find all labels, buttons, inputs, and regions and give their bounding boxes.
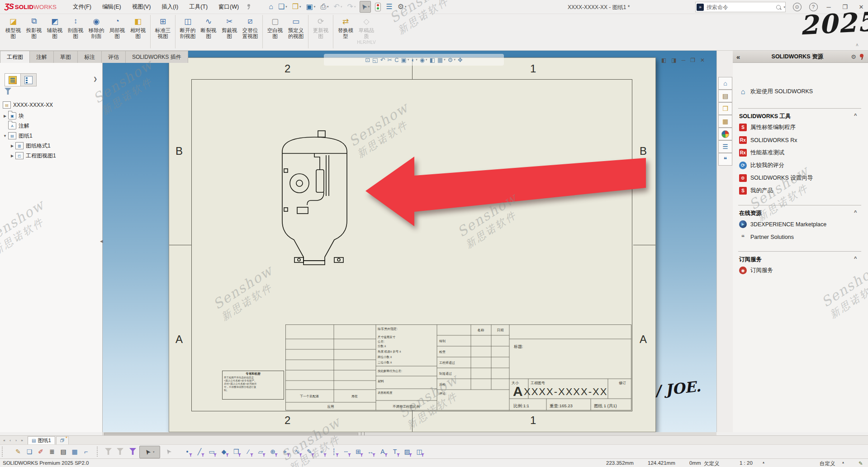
tree-expand-arrow[interactable]: ▶ <box>10 144 14 148</box>
partner-solutions-item[interactable]: ❝Partner Solutions <box>739 233 794 241</box>
broken-out-section-button[interactable]: ◫断开的剖视图 <box>177 15 198 39</box>
sketch-filter-button[interactable]: ✎ <box>304 446 315 457</box>
hide-show-items-icon[interactable]: ◉▾ <box>420 57 427 63</box>
tree-expand-arrow[interactable]: ▼ <box>3 134 7 138</box>
status-sheet-scale[interactable]: 1 : 20 <box>740 460 753 466</box>
sheet-tab-active[interactable]: ▤ 图纸1 <box>28 436 55 444</box>
dock-left-icon[interactable]: ◧ <box>661 57 666 63</box>
settings-button[interactable]: ⚙▾ <box>397 1 408 12</box>
replace-model-button[interactable]: ⇄替换模型 <box>335 15 356 39</box>
three-d-drawing-view-icon[interactable]: ✥ <box>458 57 463 63</box>
command-search[interactable]: » ▾ <box>695 2 786 12</box>
dropdown-icon[interactable]: ▾ <box>416 58 417 62</box>
curve-filter-button[interactable]: ∿ <box>292 446 303 457</box>
sheet-nav-1[interactable]: ‹ <box>7 437 13 443</box>
dropdown-icon[interactable]: ▾ <box>354 5 356 9</box>
options-list-button[interactable]: ☰ <box>385 1 393 12</box>
property-tab-builder-item[interactable]: S属性标签编制程序 <box>739 124 796 131</box>
print-button[interactable]: ⎙▾ <box>319 1 329 12</box>
tab-草图[interactable]: 草图 <box>53 51 78 63</box>
hatch-filter-button[interactable]: ▨ <box>402 446 413 457</box>
tree-root-item[interactable]: ▤XXXX-XXXX-XX <box>3 100 53 110</box>
rebuild-button[interactable] <box>374 1 382 12</box>
add-sheet-button[interactable]: 🗇 <box>56 436 69 445</box>
crop-view-button[interactable]: ✂剪裁视图 <box>219 15 240 39</box>
task-pane-gear-icon[interactable]: ⚙ <box>851 53 856 60</box>
lasso-select-button[interactable]: ➤ <box>163 446 174 457</box>
vertex-filter-button[interactable]: • <box>182 446 193 457</box>
projected-view-button[interactable]: ⧉投影视图 <box>24 15 44 39</box>
menu-item-5[interactable]: 窗口(W) <box>214 1 243 13</box>
tree-filter-icon[interactable] <box>5 88 11 95</box>
dropdown-icon[interactable]: ▾ <box>285 5 287 9</box>
drawing-view-compressor[interactable] <box>271 128 366 268</box>
edit-appearance-icon[interactable]: ◧ <box>430 57 435 63</box>
origin-filter-button[interactable]: ⊕ <box>267 446 278 457</box>
clear-filter-icon[interactable] <box>105 448 112 455</box>
view-orientation-icon[interactable]: ▣▾ <box>401 57 409 63</box>
tree-item-图纸格式1[interactable]: ▶▥图纸格式1 <box>10 141 51 150</box>
surface-filter-button[interactable]: ◆ <box>218 446 229 457</box>
edit-sheet-format-icon[interactable]: ✎ <box>859 460 863 467</box>
restore-view-icon[interactable]: ❐ <box>690 57 695 63</box>
zoom-fit-icon[interactable]: ⊡ <box>365 57 370 63</box>
toggle-filters-icon[interactable] <box>117 448 123 455</box>
tab-工程图[interactable]: 工程图 <box>0 51 30 63</box>
tree-item-图纸1[interactable]: ▼▤图纸1 <box>3 131 33 140</box>
ribbon-collapse-icon[interactable]: ˄ <box>856 43 859 48</box>
task-pane-pin-icon[interactable] <box>859 53 864 60</box>
filter-toolbar-icon[interactable] <box>129 448 136 455</box>
note-filter-button[interactable]: T <box>389 446 400 457</box>
previous-view-icon[interactable]: ↶ <box>380 57 385 63</box>
detail-view-button[interactable]: ◔局部视图 <box>107 15 128 39</box>
taskpane-home-tab[interactable]: ⌂ <box>718 77 732 90</box>
sheet-nav-0[interactable]: « <box>1 437 7 443</box>
search-input[interactable] <box>706 4 776 11</box>
block-filter-button[interactable]: ◫ <box>414 446 425 457</box>
custom-properties-tab[interactable]: ☰ <box>718 140 732 153</box>
dock-right-icon[interactable]: ◨ <box>671 57 676 63</box>
tree-item-注解[interactable]: A注解 <box>3 121 29 130</box>
face-filter-button[interactable]: ▭ <box>206 446 217 457</box>
center-mark-filter-button[interactable]: ⊞ <box>353 446 364 457</box>
menu-item-1[interactable]: 编辑(E) <box>98 1 126 13</box>
line-color-button[interactable]: ✐ <box>35 446 46 457</box>
layer-properties-button[interactable]: ✎ <box>13 446 24 457</box>
menu-item-2[interactable]: 视图(V) <box>128 1 156 13</box>
sketch-point-filter-button[interactable]: ∘ <box>316 446 327 457</box>
view-settings-icon[interactable]: ⚙▾ <box>448 57 455 63</box>
section-view-icon[interactable]: ✂ <box>387 57 392 63</box>
edge-filter-button[interactable]: ╱ <box>194 446 205 457</box>
coordinate-system-filter-button[interactable]: ⌖ <box>280 446 290 457</box>
task-pane-collapse-icon[interactable]: « <box>736 53 740 61</box>
tree-item-块[interactable]: ▶▣块 <box>3 111 24 120</box>
panel-collapse-arrow[interactable]: ◀ <box>100 239 103 243</box>
apply-scene-icon[interactable]: ▦▾ <box>437 57 446 63</box>
layer-button[interactable]: ❏ <box>24 446 35 457</box>
status-display-mode[interactable]: 自定义 <box>820 460 835 467</box>
centerline-filter-button[interactable]: ┄ <box>341 446 351 457</box>
break-view-button[interactable]: ∿断裂视图 <box>198 15 219 39</box>
annotation-filter-button[interactable]: A <box>377 446 388 457</box>
tab-SOLIDWORKS-插件[interactable]: SOLIDWORKS 插件 <box>125 51 188 63</box>
tree-expand-arrow[interactable]: ▶ <box>3 114 7 118</box>
forum-tab[interactable]: ❝ <box>718 153 732 166</box>
section-view-button[interactable]: ↕剖面视图 <box>65 15 86 39</box>
search-icon[interactable] <box>776 5 781 10</box>
display-style-icon[interactable]: ◐▾ <box>411 57 417 63</box>
pin-menu-icon[interactable] <box>245 4 251 10</box>
section-collapse-icon[interactable]: ^ <box>854 113 857 118</box>
feature-manager-tab[interactable] <box>5 73 21 86</box>
close-view-icon[interactable]: ✕ <box>700 57 705 63</box>
tab-评估[interactable]: 评估 <box>101 51 126 63</box>
tree-expand-arrow[interactable]: ▶ <box>10 154 14 158</box>
relative-view-button[interactable]: ◧相对视图 <box>128 15 148 39</box>
dropdown-icon[interactable]: ▾ <box>299 5 301 9</box>
tree-item-工程图视图1[interactable]: ▶◰工程图视图1 <box>10 151 56 160</box>
subscription-services-item[interactable]: ◉订阅服务 <box>739 267 773 274</box>
appearances-scenes-tab[interactable] <box>718 128 732 140</box>
performance-benchmark-item[interactable]: Rx性能基准测试 <box>739 149 784 157</box>
tab-注解[interactable]: 注解 <box>29 51 54 63</box>
section-collapse-icon[interactable]: ^ <box>854 256 857 261</box>
standard-3-view-button[interactable]: ⊞标准三视图 <box>152 15 173 39</box>
